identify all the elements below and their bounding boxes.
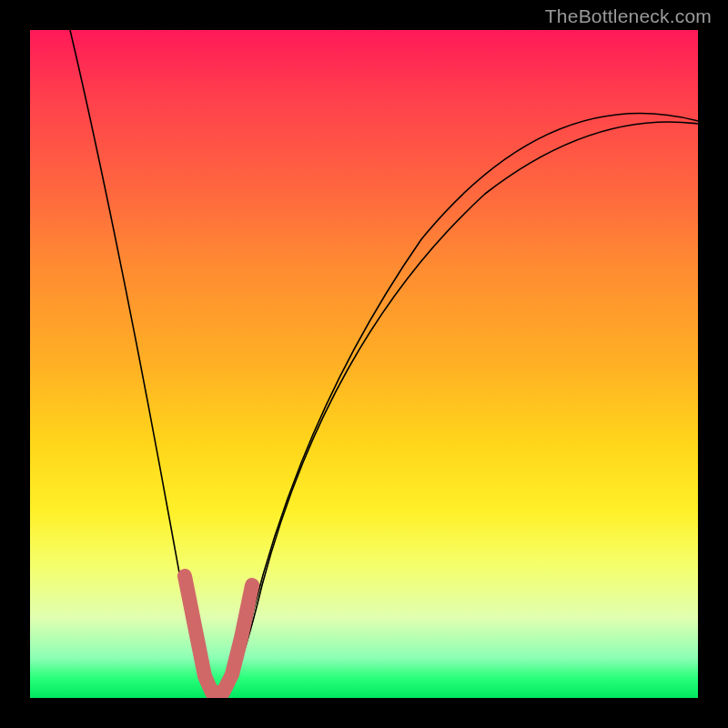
highlight-segment: [185, 576, 252, 693]
chart-frame: TheBottleneck.com: [0, 0, 728, 728]
watermark-text: TheBottleneck.com: [545, 5, 712, 27]
curve-layer: [30, 30, 698, 698]
bottleneck-curve: [70, 30, 698, 694]
bottleneck-curve-right: [221, 122, 698, 694]
plot-area: [30, 30, 698, 698]
